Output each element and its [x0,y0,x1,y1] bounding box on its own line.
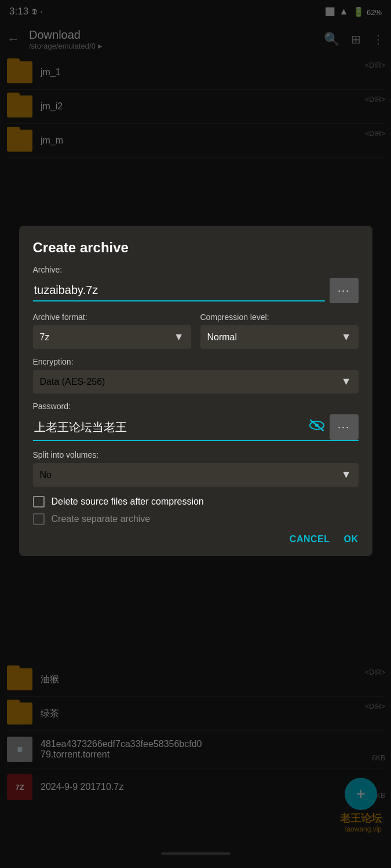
create-separate-label: Create separate archive [52,514,151,524]
browse-button[interactable]: ··· [330,278,359,303]
chevron-down-icon: ▼ [341,331,352,343]
compression-level-col: Compression level: Normal ▼ [200,312,359,349]
password-row: ··· [33,414,359,441]
modal-title: Create archive [33,240,359,256]
compression-level-dropdown[interactable]: Normal ▼ [200,325,359,349]
archive-format-dropdown[interactable]: 7z ▼ [33,325,191,349]
dots-icon: ··· [338,285,350,297]
modal-overlay: Create archive Archive: ··· Archive form… [0,0,391,868]
dots-icon: ··· [338,421,350,433]
archive-format-label: Archive format: [33,312,191,322]
password-browse-button[interactable]: ··· [330,414,359,440]
ok-button[interactable]: OK [344,534,359,545]
encryption-label: Encryption: [33,357,359,366]
chevron-down-icon: ▼ [174,331,184,343]
split-volumes-value: No [40,470,52,480]
eye-slash-icon[interactable] [309,419,325,435]
chevron-down-icon: ▼ [341,469,352,481]
archive-format-value: 7z [40,332,50,343]
archive-label: Archive: [33,265,359,274]
archive-name-row: ··· [33,278,359,303]
compression-level-label: Compression level: [200,312,359,322]
split-volumes-dropdown[interactable]: No ▼ [33,463,359,487]
encryption-value: Data (AES-256) [40,377,105,387]
delete-source-label: Delete source files after compression [52,496,204,507]
create-archive-modal: Create archive Archive: ··· Archive form… [19,226,372,556]
create-separate-row[interactable]: Create separate archive [33,513,359,525]
compression-level-value: Normal [207,332,237,343]
archive-format-col: Archive format: 7z ▼ [33,312,191,349]
create-separate-checkbox[interactable] [33,513,45,525]
format-compression-row: Archive format: 7z ▼ Compression level: … [33,312,359,349]
password-label: Password: [33,402,359,411]
password-input[interactable] [33,417,304,437]
split-volumes-label: Split into volumes: [33,450,359,459]
delete-source-checkbox[interactable] [33,496,45,507]
encryption-dropdown[interactable]: Data (AES-256) ▼ [33,370,359,393]
chevron-down-icon: ▼ [341,376,352,388]
cancel-button[interactable]: CANCEL [290,534,330,545]
delete-source-row[interactable]: Delete source files after compression [33,496,359,507]
modal-actions: CANCEL OK [33,534,359,545]
archive-name-input[interactable] [33,280,325,301]
